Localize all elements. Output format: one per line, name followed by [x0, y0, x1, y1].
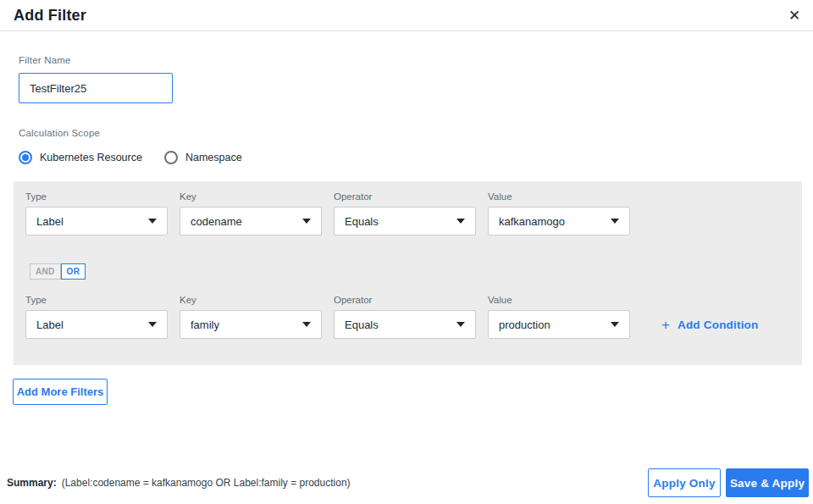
apply-only-button[interactable]: Apply Only [648, 468, 721, 497]
condition-1-type-dropdown[interactable]: Label [25, 207, 168, 235]
chevron-down-icon [611, 322, 619, 327]
filter-name-label: Filter Name [19, 55, 813, 65]
chevron-down-icon [456, 322, 465, 327]
calculation-scope-label: Calculation Scope [19, 128, 813, 138]
condition-2-type-value: Label [36, 318, 64, 331]
save-and-apply-button[interactable]: Save & Apply [726, 468, 809, 497]
add-condition-button[interactable]: + Add Condition [661, 310, 759, 339]
type-label: Type [25, 295, 168, 305]
summary-text: (Label:codename = kafkanamogo OR Label:f… [62, 477, 351, 489]
dialog-header: Add Filter ✕ [0, 0, 813, 31]
chevron-down-icon [148, 322, 157, 327]
radio-namespace[interactable]: Namespace [164, 151, 242, 164]
chevron-down-icon [611, 219, 619, 224]
conditions-panel: Type Label Key codename Operator Equals … [14, 181, 802, 365]
filter-name-section: Filter Name [0, 55, 813, 103]
radio-kubernetes-resource-label: Kubernetes Resource [40, 152, 142, 163]
close-icon[interactable]: ✕ [784, 5, 805, 25]
operator-label: Operator [334, 295, 476, 305]
operator-label: Operator [334, 191, 476, 202]
chevron-down-icon [302, 322, 311, 327]
condition-1-operator: Operator Equals [334, 191, 476, 235]
add-more-filters-button[interactable]: Add More Filters [13, 379, 108, 405]
condition-1-value-value: kafkanamogo [499, 215, 565, 228]
key-label: Key [180, 295, 322, 305]
condition-1-value: Value kafkanamogo [488, 191, 630, 235]
add-condition-label: Add Condition [678, 318, 759, 331]
footer-buttons: Apply Only Save & Apply [648, 468, 809, 497]
condition-2-type: Type Label [25, 295, 168, 339]
condition-2-operator-dropdown[interactable]: Equals [334, 310, 476, 339]
key-label: Key [180, 191, 322, 202]
or-toggle-button[interactable]: OR [61, 263, 86, 280]
condition-2-operator: Operator Equals [334, 295, 476, 339]
condition-2-value-value: production [499, 318, 550, 331]
radio-selected-icon[interactable] [19, 151, 32, 164]
radio-unselected-icon[interactable] [164, 151, 178, 164]
plus-icon: + [661, 318, 670, 332]
dialog-footer: Summary:(Label:codename = kafkanamogo OR… [0, 468, 813, 504]
page-title: Add Filter [14, 7, 86, 24]
radio-kubernetes-resource[interactable]: Kubernetes Resource [19, 151, 142, 164]
value-label: Value [488, 295, 630, 305]
and-toggle-button[interactable]: AND [30, 263, 61, 280]
logic-toggle: AND OR [30, 263, 790, 280]
condition-2-value-dropdown[interactable]: production [488, 310, 630, 339]
condition-1-value-dropdown[interactable]: kafkanamogo [488, 207, 630, 235]
calculation-scope-section: Calculation Scope Kubernetes Resource Na… [0, 128, 813, 166]
chevron-down-icon [148, 219, 157, 224]
summary-label: Summary: [7, 477, 57, 489]
chevron-down-icon [302, 219, 311, 224]
value-label: Value [488, 191, 630, 202]
type-label: Type [25, 191, 168, 202]
filter-name-input[interactable] [19, 73, 173, 103]
condition-2-key-dropdown[interactable]: family [180, 310, 322, 339]
condition-2-key: Key family [180, 295, 322, 339]
calculation-scope-options: Kubernetes Resource Namespace [19, 149, 813, 166]
condition-row-1: Type Label Key codename Operator Equals … [25, 191, 790, 235]
condition-1-type-value: Label [36, 215, 64, 228]
condition-1-key-dropdown[interactable]: codename [180, 207, 322, 235]
condition-2-key-value: family [191, 318, 219, 331]
summary: Summary:(Label:codename = kafkanamogo OR… [7, 477, 351, 489]
condition-2-value: Value production [488, 295, 630, 339]
condition-1-key: Key codename [180, 191, 322, 235]
condition-row-2: Type Label Key family Operator Equals Va… [25, 295, 790, 339]
condition-1-operator-value: Equals [345, 215, 379, 228]
condition-2-type-dropdown[interactable]: Label [25, 310, 168, 339]
condition-1-type: Type Label [25, 191, 168, 235]
chevron-down-icon [456, 219, 465, 224]
condition-2-operator-value: Equals [345, 318, 379, 331]
radio-namespace-label: Namespace [185, 152, 242, 163]
condition-1-key-value: codename [191, 215, 242, 228]
condition-1-operator-dropdown[interactable]: Equals [334, 207, 476, 235]
